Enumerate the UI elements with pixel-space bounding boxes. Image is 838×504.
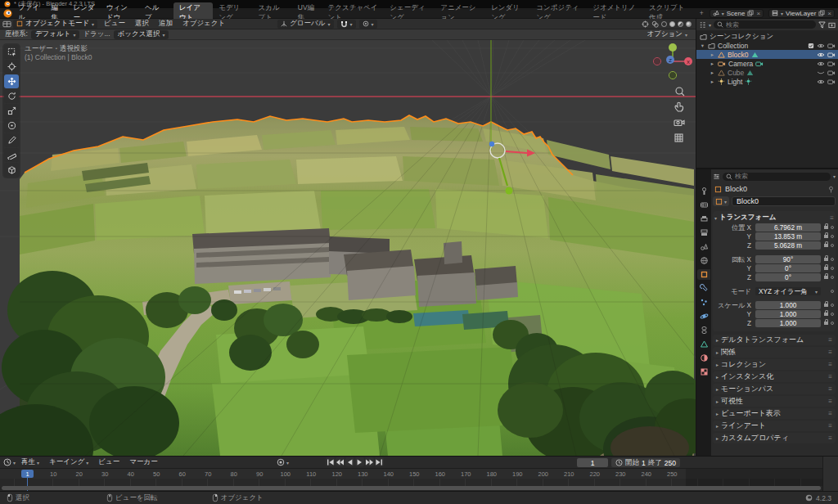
zoom-icon[interactable] bbox=[676, 88, 684, 96]
lock-icon[interactable] bbox=[824, 267, 828, 270]
rotation-z-field[interactable]: 0° bbox=[755, 273, 821, 281]
tab-world[interactable] bbox=[697, 255, 710, 266]
viewport-menu-item[interactable]: 選択 bbox=[130, 19, 154, 29]
properties-section[interactable]: ▸ モーションパス ≡ bbox=[713, 384, 836, 394]
proportional-edit-toggle[interactable]: ▾ bbox=[359, 20, 377, 29]
cursor-tool[interactable] bbox=[4, 60, 19, 74]
disable-render-icon[interactable] bbox=[827, 43, 836, 49]
tab-object[interactable] bbox=[697, 269, 710, 280]
scale-x-field[interactable]: 1.000 bbox=[755, 301, 821, 309]
view-layer-selector[interactable]: ▾ ViewLayer × bbox=[768, 9, 835, 18]
properties-search[interactable] bbox=[723, 173, 831, 181]
properties-section[interactable]: ▸ デルタトランスフォーム ≡ bbox=[713, 335, 836, 345]
transform-tool[interactable] bbox=[4, 119, 19, 133]
properties-options-icon[interactable]: ▾ bbox=[833, 173, 836, 179]
outliner-search[interactable] bbox=[714, 20, 816, 29]
shading-rendered-icon[interactable] bbox=[686, 21, 692, 27]
expand-icon[interactable]: ▾ bbox=[700, 43, 705, 49]
animate-dot[interactable] bbox=[831, 276, 834, 279]
editor-type-icon[interactable] bbox=[2, 20, 11, 28]
new-collection-icon[interactable] bbox=[828, 21, 836, 29]
hide-eye-icon[interactable] bbox=[817, 79, 825, 85]
lock-icon[interactable] bbox=[824, 304, 828, 307]
animate-dot[interactable] bbox=[831, 235, 834, 238]
hide-eye-icon[interactable] bbox=[817, 43, 825, 49]
location-y-field[interactable]: 13.853 m bbox=[755, 232, 821, 241]
collection-row[interactable]: ▾ Collection bbox=[696, 41, 838, 50]
grid-ortho-icon[interactable] bbox=[675, 134, 683, 142]
tab-material[interactable] bbox=[697, 353, 710, 363]
properties-section[interactable]: ▸ ラインアート ≡ bbox=[713, 421, 836, 431]
disable-render-icon[interactable] bbox=[827, 52, 836, 58]
rotation-y-field[interactable]: 0° bbox=[755, 264, 821, 272]
lock-icon[interactable] bbox=[824, 235, 828, 238]
viewport-menu-item[interactable]: ビュー bbox=[99, 19, 130, 29]
properties-filter-icon[interactable] bbox=[713, 173, 720, 180]
pan-hand-icon[interactable] bbox=[675, 102, 683, 111]
rotation-x-field[interactable]: 90° bbox=[755, 255, 821, 263]
playhead[interactable]: 1 bbox=[21, 470, 34, 478]
tab-view-layer[interactable] bbox=[697, 227, 710, 238]
outliner-item-cube[interactable]: ▸ Cube bbox=[696, 68, 838, 77]
properties-section[interactable]: ▸ カスタムプロパティ ≡ bbox=[713, 433, 836, 443]
animate-dot[interactable] bbox=[831, 244, 834, 247]
axis-gizmo[interactable]: X Z bbox=[653, 43, 692, 79]
outliner-item-camera[interactable]: ▸ Camera bbox=[696, 59, 838, 68]
camera-view-icon[interactable] bbox=[674, 120, 684, 126]
location-x-field[interactable]: 6.7962 m bbox=[755, 223, 821, 232]
scene-collection-row[interactable]: シーンコレクション bbox=[696, 32, 838, 41]
jump-to-start-button[interactable] bbox=[326, 457, 335, 466]
duplicate-scene-icon[interactable] bbox=[747, 10, 754, 16]
animate-dot[interactable] bbox=[831, 267, 834, 270]
remove-layer-icon[interactable]: × bbox=[827, 10, 831, 17]
breadcrumb-object[interactable]: Block0 bbox=[725, 185, 747, 193]
orientation-dropdown[interactable]: グローバル ▾ bbox=[277, 20, 333, 29]
tab-texture[interactable] bbox=[697, 367, 710, 377]
drag-action-dropdown[interactable]: ボックス選択 ▾ bbox=[114, 30, 169, 39]
disable-render-icon[interactable] bbox=[827, 70, 836, 76]
tab-output[interactable] bbox=[697, 214, 710, 224]
tab-scene[interactable] bbox=[697, 241, 710, 252]
frame-range[interactable]: 開始1 終了250 bbox=[611, 458, 680, 467]
scale-z-field[interactable]: 1.000 bbox=[755, 319, 821, 327]
current-frame-field[interactable]: 1 bbox=[577, 458, 608, 467]
duplicate-layer-icon[interactable] bbox=[818, 10, 825, 16]
animate-dot[interactable] bbox=[831, 258, 834, 261]
tab-tool[interactable] bbox=[697, 186, 710, 196]
move-tool[interactable] bbox=[4, 74, 19, 88]
filter-icon[interactable] bbox=[818, 21, 826, 29]
animate-dot[interactable] bbox=[831, 226, 834, 229]
blender-menu-logo[interactable] bbox=[3, 9, 12, 18]
select-box-tool[interactable] bbox=[4, 45, 19, 59]
transform-panel-header[interactable]: ▾ トランスフォーム ≡ bbox=[714, 213, 834, 223]
timeline-scrollbar[interactable] bbox=[2, 486, 821, 490]
checkbox-icon[interactable] bbox=[808, 43, 814, 49]
animate-dot[interactable] bbox=[831, 313, 834, 316]
tab-physics[interactable] bbox=[697, 311, 710, 322]
tab-object-data[interactable] bbox=[697, 339, 710, 349]
object-name-field[interactable]: Block0 bbox=[732, 196, 836, 206]
show-overlays-icon[interactable] bbox=[651, 20, 659, 28]
view-menu[interactable]: ビュー bbox=[94, 457, 124, 467]
lock-icon[interactable] bbox=[824, 226, 828, 229]
snap-toggle[interactable]: ▾ bbox=[337, 20, 356, 29]
disable-render-icon[interactable] bbox=[827, 61, 836, 67]
viewport-menu-item[interactable]: 追加 bbox=[154, 19, 178, 29]
show-gizmo-icon[interactable] bbox=[642, 20, 649, 28]
properties-search-input[interactable] bbox=[735, 173, 827, 180]
properties-section[interactable]: ▸ 関係 ≡ bbox=[713, 347, 836, 358]
timeline-editor-icon[interactable] bbox=[3, 458, 11, 466]
add-cube-tool[interactable] bbox=[4, 163, 19, 177]
tab-particles[interactable] bbox=[697, 297, 710, 308]
scene-selector[interactable]: ▾ Scene × bbox=[710, 9, 764, 18]
unlink-scene-icon[interactable]: × bbox=[756, 10, 760, 17]
annotate-tool[interactable] bbox=[4, 133, 19, 147]
play-button[interactable] bbox=[355, 457, 364, 466]
lock-icon[interactable] bbox=[824, 322, 828, 325]
playback-menu[interactable]: 再生▾ bbox=[17, 457, 43, 467]
animate-dot[interactable] bbox=[831, 304, 834, 307]
tab-constraints[interactable] bbox=[697, 325, 710, 335]
lock-icon[interactable] bbox=[824, 244, 828, 247]
rotate-tool[interactable] bbox=[4, 89, 19, 103]
disable-render-icon[interactable] bbox=[827, 79, 836, 85]
